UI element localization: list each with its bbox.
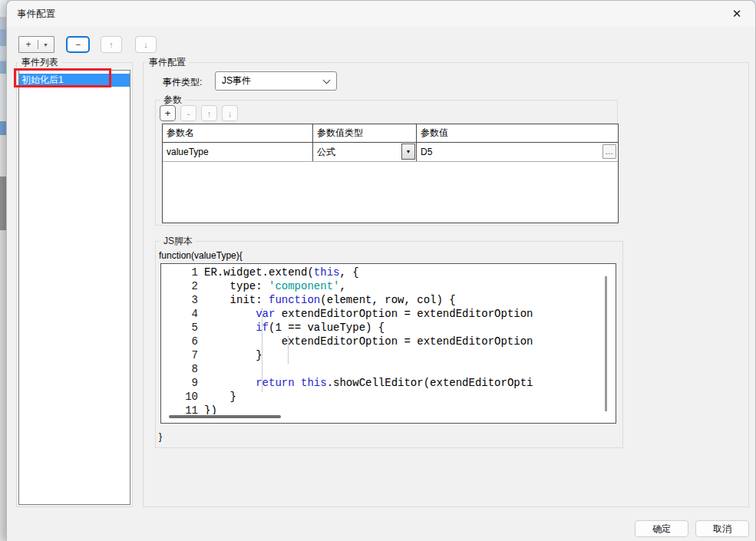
event-list-group-label: 事件列表 [18,57,61,68]
plus-icon: + [19,39,38,50]
code-line: 1ER.widget.extend(this, { [161,266,616,279]
remove-param-button[interactable]: - [180,105,196,121]
event-list-item[interactable]: 初始化后1 [19,74,130,87]
line-number: 6 [161,335,204,348]
event-type-select[interactable]: JS事件 [215,71,337,91]
param-value-cell[interactable]: D5... [417,143,618,161]
move-event-down-button[interactable]: ↓ [135,36,157,53]
params-group-label: 参数 [160,94,185,105]
vertical-scrollbar-thumb[interactable] [605,276,607,411]
code-line: 2 type: 'component', [161,279,616,293]
line-number: 3 [161,293,204,307]
indent-guide [262,308,262,391]
close-button[interactable]: ✕ [726,5,748,22]
event-config-group: 事件配置 事件类型: JS事件 参数 + - ↑ ↓ 参数名 参数值类型 参数值… [143,62,749,507]
line-number: 7 [161,348,204,362]
function-signature: function(valueType){ [159,250,243,261]
line-number: 11 [161,404,204,414]
function-closing-brace: } [159,431,162,442]
js-script-group-label: JS脚本 [160,236,196,246]
dropdown-arrow-icon: ▼ [38,42,53,48]
code-line: 3 init: function(element, row, col) { [161,293,616,307]
move-event-up-button[interactable]: ↑ [101,36,122,53]
indent-guide [288,336,289,364]
event-type-label: 事件类型: [163,76,202,89]
column-header-param-name: 参数名 [163,124,313,142]
move-param-down-button[interactable]: ↓ [222,105,238,121]
line-number: 9 [161,376,204,390]
js-script-group: JS脚本 function(valueType){ 1ER.widget.ext… [155,241,623,448]
add-event-split-button[interactable]: + ▼ [18,36,54,53]
code-line: 5 if(1 == valueType) { [161,321,616,335]
params-table-header: 参数名 参数值类型 参数值 [163,124,618,143]
line-number: 10 [161,390,204,404]
line-number: 5 [161,321,204,335]
line-number: 8 [161,362,204,376]
remove-event-button[interactable]: − [66,36,90,53]
params-group: 参数 + - ↑ ↓ 参数名 参数值类型 参数值 valueType公式▼D5.… [155,100,618,226]
dialog-title: 事件配置 [17,8,55,21]
event-type-value: JS事件 [222,75,251,86]
chevron-down-icon [323,77,331,84]
code-editor[interactable]: 1ER.widget.extend(this, {2 type: 'compon… [160,263,616,424]
param-row: valueType公式▼D5... [163,143,618,162]
code-line: 4 var extendEditorOption = extendEditorO… [161,307,616,321]
line-number: 1 [161,266,204,279]
code-line: 8 [161,362,616,376]
params-table: 参数名 参数值类型 参数值 valueType公式▼D5... [162,124,619,223]
titlebar: 事件配置 ✕ [7,1,755,27]
cancel-button[interactable]: 取消 [695,520,749,537]
code-line: 11}) [161,404,616,414]
code-line: 10 } [161,390,616,404]
horizontal-scrollbar-thumb[interactable] [169,415,281,418]
event-config-group-label: 事件配置 [146,57,189,68]
line-number: 2 [161,279,204,293]
code-line: 6 extendEditorOption = extendEditorOptio… [161,335,616,348]
param-type-cell[interactable]: 公式▼ [313,143,417,161]
event-listbox[interactable]: 初始化后1 [18,70,130,505]
param-name-cell[interactable]: valueType [163,143,313,161]
event-config-dialog: 事件配置 ✕ + ▼ − ↑ ↓ 事件列表 初始化后1 事件配置 事件类型: J… [6,0,756,541]
event-list-group: 事件列表 初始化后1 [16,62,133,507]
ok-button[interactable]: 确定 [635,520,688,537]
param-type-dropdown-button[interactable]: ▼ [401,143,415,160]
close-icon: ✕ [732,7,742,20]
line-number: 4 [161,307,204,321]
code-line: 9 return this.showCellEditor(extendEdito… [161,376,616,390]
add-param-button[interactable]: + [160,105,176,121]
code-line: 7 } [161,348,616,362]
column-header-param-value: 参数值 [417,124,618,142]
param-value-more-button[interactable]: ... [602,144,616,159]
column-header-param-value-type: 参数值类型 [313,124,417,142]
move-param-up-button[interactable]: ↑ [201,105,217,121]
